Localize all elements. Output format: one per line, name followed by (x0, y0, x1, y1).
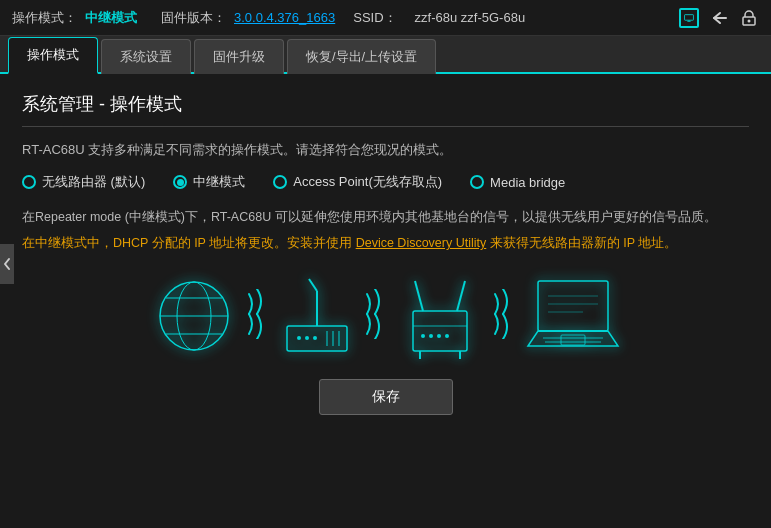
svg-line-20 (415, 281, 423, 311)
tab-sys[interactable]: 系统设置 (101, 39, 191, 74)
radio-media-bridge[interactable]: Media bridge (470, 175, 565, 190)
svg-rect-13 (287, 326, 347, 351)
left-nav-arrow[interactable] (0, 244, 14, 284)
svg-rect-30 (538, 281, 608, 331)
radio-wireless-router[interactable]: 无线路由器 (默认) (22, 173, 145, 191)
tab-restore[interactable]: 恢复/导出/上传设置 (287, 39, 436, 74)
page-title: 系统管理 - 操作模式 (22, 92, 749, 116)
svg-point-5 (748, 19, 751, 22)
info-text: 在Repeater mode (中继模式)下，RT-AC68U 可以延伸您使用环… (22, 207, 749, 227)
ssid-label: SSID： (353, 9, 396, 27)
back-icon[interactable] (709, 8, 729, 28)
radio-repeater[interactable]: 中继模式 (173, 173, 245, 191)
warning-prefix: 在中继模式中，DHCP 分配的 IP 地址将更改。安装并使用 (22, 236, 356, 250)
monitor-icon[interactable] (679, 8, 699, 28)
tab-ops[interactable]: 操作模式 (8, 37, 98, 74)
description-text: RT-AC68U 支持多种满足不同需求的操作模式。请选择符合您现况的模式。 (22, 141, 749, 159)
svg-point-15 (305, 336, 309, 340)
warning-text: 在中继模式中，DHCP 分配的 IP 地址将更改。安装并使用 Device Di… (22, 233, 749, 253)
svg-point-16 (313, 336, 317, 340)
svg-point-25 (429, 334, 433, 338)
nav-tabs: 操作模式 系统设置 固件升级 恢复/导出/上传设置 (0, 36, 771, 74)
mode-value: 中继模式 (85, 9, 137, 27)
laptop-device (523, 271, 623, 361)
ssid-value: zzf-68u zzf-5G-68u (415, 10, 526, 25)
wave-3 (489, 289, 519, 343)
svg-line-12 (309, 279, 317, 291)
mode-label: 操作模式： (12, 9, 77, 27)
svg-rect-0 (685, 14, 694, 20)
topbar: 操作模式： 中继模式 固件版本： 3.0.0.4.376_1663 SSID： … (0, 0, 771, 36)
svg-rect-37 (561, 335, 585, 345)
svg-point-26 (437, 334, 441, 338)
discovery-utility-link[interactable]: Device Discovery Utility (356, 236, 487, 250)
router-device (277, 271, 357, 361)
main-content: 系统管理 - 操作模式 RT-AC68U 支持多种满足不同需求的操作模式。请选择… (0, 74, 771, 528)
lock-icon[interactable] (739, 8, 759, 28)
svg-line-21 (457, 281, 465, 311)
radio-access-point[interactable]: Access Point(无线存取点) (273, 173, 442, 191)
warning-suffix: 来获得无线路由器新的 IP 地址。 (486, 236, 677, 250)
save-btn-row: 保存 (22, 379, 749, 415)
svg-point-14 (297, 336, 301, 340)
fw-label: 固件版本： (161, 9, 226, 27)
wave-1 (243, 289, 273, 343)
radio-circle-4 (470, 175, 484, 189)
globe-icon (149, 271, 239, 361)
svg-point-27 (445, 334, 449, 338)
router-device-2 (395, 271, 485, 361)
network-diagram (22, 261, 749, 371)
radio-circle-3 (273, 175, 287, 189)
svg-rect-22 (413, 311, 467, 351)
tab-fw[interactable]: 固件升级 (194, 39, 284, 74)
save-button[interactable]: 保存 (319, 379, 453, 415)
svg-point-24 (421, 334, 425, 338)
radio-circle-2 (173, 175, 187, 189)
page-title-bar: 系统管理 - 操作模式 (22, 92, 749, 127)
radio-circle-1 (22, 175, 36, 189)
topbar-icons (679, 8, 759, 28)
wave-2 (361, 289, 391, 343)
fw-value[interactable]: 3.0.0.4.376_1663 (234, 10, 335, 25)
mode-radio-group: 无线路由器 (默认) 中继模式 Access Point(无线存取点) Medi… (22, 173, 749, 191)
